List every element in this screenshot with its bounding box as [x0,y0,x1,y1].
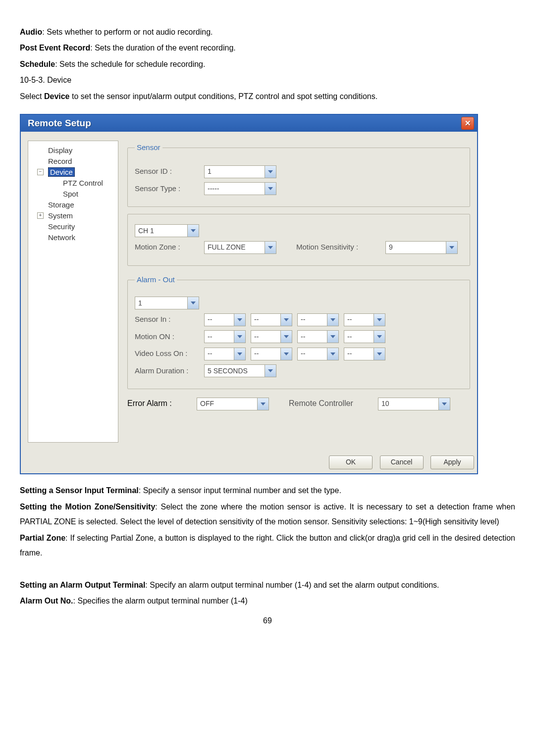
select-motion-on-1[interactable]: -- [204,330,246,343]
label-error-alarm: Error Alarm : [127,396,197,411]
tree-item-network[interactable]: Network [33,232,115,243]
select-motion-on-4[interactable]: -- [344,330,385,343]
select-sensor-in-2[interactable]: -- [251,313,292,326]
chevron-down-icon [438,398,450,410]
chevron-down-icon [446,242,457,253]
select-alarm-out-number[interactable]: 1 [135,297,199,309]
tree-item-label: Security [48,222,75,231]
chevron-down-icon [265,166,276,178]
select-remote-controller[interactable]: 10 [378,398,450,410]
select-alarm-duration[interactable]: 5 SECONDS [204,364,276,377]
chevron-down-icon [374,331,385,343]
chevron-down-icon [234,348,245,360]
collapse-icon[interactable]: − [37,169,44,175]
after-alarm-output: Setting an Alarm Output Terminal: Specif… [20,578,515,593]
chevron-down-icon [327,348,338,360]
label-sensor-in: Sensor In : [135,312,204,327]
select-sensor-in-1[interactable]: -- [204,313,246,326]
chevron-down-icon [234,314,245,326]
tree-item-record[interactable]: Record [33,156,115,167]
legend-alarm-out: Alarm - Out [135,273,177,287]
tree-item-storage[interactable]: Storage [33,200,115,210]
after-motion-zone: Setting the Motion Zone/Sensitivity: Sel… [20,500,515,530]
tree-item-label: Network [48,233,75,242]
tree-item-display[interactable]: Display [33,145,115,156]
chevron-down-icon [265,183,276,195]
intro-schedule: Schedule: Sets the schedule for schedule… [20,57,515,72]
spacer-blank [20,561,515,576]
tree-item-system[interactable]: +System [33,210,115,221]
chevron-down-icon [234,331,245,343]
select-motion-zone[interactable]: FULL ZONE [204,241,276,254]
group-motion: CH 1 Motion Zone : FULL ZONE Motion Sens… [127,214,470,266]
tree-item-spot[interactable]: Spot [33,189,115,200]
select-line: Select Device to set the sensor input/al… [20,89,515,104]
close-button[interactable]: ✕ [461,117,474,130]
select-motion-on-2[interactable]: -- [251,330,292,343]
cancel-button[interactable]: Cancel [380,455,424,469]
select-sensor-in-3[interactable]: -- [297,313,339,326]
after-sensor-input: Setting a Sensor Input Terminal: Specify… [20,483,515,498]
intro-audio: Audio: Sets whether to perform or not au… [20,25,515,40]
label-remote-controller: Remote Controller [289,396,378,411]
select-video-loss-2[interactable]: -- [251,348,292,360]
select-sensor-in-4[interactable]: -- [344,313,385,326]
label-motion-on: Motion ON : [135,330,204,344]
tree-item-label: Storage [48,201,74,209]
section-heading: 10-5-3. Device [20,73,515,88]
label-motion-sensitivity: Motion Sensitivity : [296,240,385,254]
select-motion-on-3[interactable]: -- [297,330,339,343]
select-error-alarm[interactable]: OFF [197,398,269,410]
select-video-loss-3[interactable]: -- [297,348,339,360]
page-number: 69 [20,613,515,628]
expand-icon[interactable]: + [37,212,44,219]
legend-sensor: Sensor [135,141,162,155]
label-sensor-type: Sensor Type : [135,182,204,196]
after-partial-zone: Partial Zone: If selecting Partial Zone,… [20,531,515,561]
tree-item-security[interactable]: Security [33,221,115,232]
tree-item-ptz-control[interactable]: PTZ Control [33,178,115,189]
select-motion-sensitivity[interactable]: 9 [385,241,458,254]
tree-item-label: System [48,211,73,220]
ok-button[interactable]: OK [329,455,373,469]
label-motion-zone: Motion Zone : [135,240,204,254]
tree-item-label: Device [48,167,75,177]
select-video-loss-4[interactable]: -- [344,348,385,360]
label-alarm-duration: Alarm Duration : [135,364,204,378]
tree-item-device[interactable]: −Device [33,167,115,178]
select-video-loss-1[interactable]: -- [204,348,246,360]
tree-item-label: Spot [63,190,78,198]
select-sensor-type[interactable]: ----- [204,182,276,195]
chevron-down-icon [257,398,268,410]
label-sensor-id: Sensor ID : [135,164,204,179]
chevron-down-icon [280,348,292,360]
remote-setup-window: Remote Setup ✕ DisplayRecord−DevicePTZ C… [20,114,478,474]
tree-item-label: Record [48,157,72,165]
tree-item-label: Display [48,146,72,154]
dialog-button-row: OK Cancel Apply [21,450,477,473]
chevron-down-icon [280,331,292,343]
intro-per: Post Event Record: Sets the duration of … [20,41,515,55]
apply-button[interactable]: Apply [430,455,474,469]
select-sensor-id[interactable]: 1 [204,165,276,178]
chevron-down-icon [187,225,199,237]
group-sensor: Sensor Sensor ID : 1 Sensor Type : ----- [127,141,470,207]
chevron-down-icon [187,297,199,309]
titlebar: Remote Setup ✕ [21,115,477,132]
tree-item-label: PTZ Control [63,179,103,187]
chevron-down-icon [280,314,292,326]
chevron-down-icon [374,314,385,326]
group-alarm-out: Alarm - Out 1 Sensor In : -- -- -- -- Mo… [127,273,470,390]
chevron-down-icon [327,331,338,343]
chevron-down-icon [265,365,276,377]
select-channel[interactable]: CH 1 [135,224,199,237]
label-audio: Audio [20,28,42,36]
label-video-loss-on: Video Loss On : [135,347,204,361]
chevron-down-icon [265,242,276,253]
chevron-down-icon [327,314,338,326]
chevron-down-icon [374,348,385,360]
nav-tree: DisplayRecord−DevicePTZ ControlSpotStora… [28,141,118,443]
window-title: Remote Setup [28,114,91,132]
close-icon: ✕ [465,116,471,131]
after-alarm-out-no: Alarm Out No.: Specifies the alarm outpu… [20,594,515,608]
